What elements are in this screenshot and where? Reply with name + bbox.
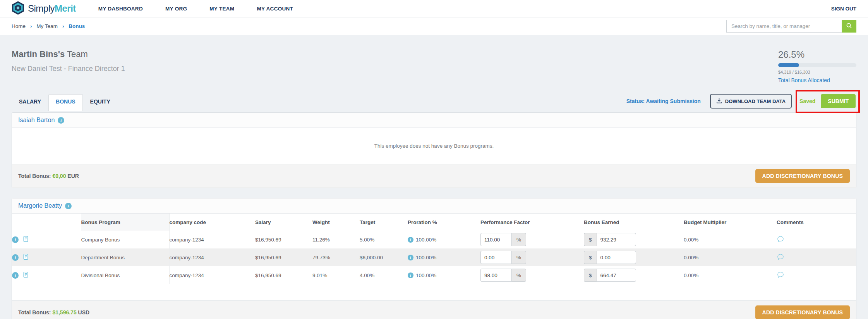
info-icon[interactable]: i	[408, 272, 413, 278]
sign-out-link[interactable]: SIGN OUT	[831, 6, 856, 12]
cell-budget-multiplier: 0.00%	[684, 266, 777, 284]
cell-program: Divisional Bonus	[81, 266, 169, 284]
page-header: Martin Bins's Team New Daniel Test - Fin…	[0, 35, 868, 83]
nav-my-dashboard[interactable]: MY DASHBOARD	[98, 6, 143, 12]
percent-addon: %	[511, 233, 526, 246]
search-input[interactable]	[726, 20, 842, 33]
allocation-progress-bar	[778, 63, 856, 67]
cell-company-code: company-1234	[169, 248, 255, 266]
tab-strip: SALARY BONUS EQUITY	[12, 94, 118, 109]
document-icon[interactable]	[22, 271, 29, 279]
brand-name: SimplyMerit	[28, 3, 76, 14]
saved-submit-group: Saved SUBMIT	[799, 94, 856, 108]
add-discretionary-bonus-button[interactable]: ADD DISCRETIONARY BONUS	[755, 169, 850, 183]
column-weight: Weight	[312, 214, 360, 231]
add-discretionary-bonus-button[interactable]: ADD DISCRETIONARY BONUS	[755, 305, 850, 319]
document-icon[interactable]	[22, 253, 29, 261]
employee-card-footer: Total Bonus: €0,00 EUR ADD DISCRETIONARY…	[12, 164, 856, 188]
total-bonus-line: Total Bonus: $1,596.75 USD	[18, 309, 89, 316]
column-performance-factor: Performance Factor	[480, 214, 584, 231]
employee-name-link[interactable]: Isaiah Barton	[18, 117, 55, 124]
column-bonus-earned: Bonus Earned	[584, 214, 684, 231]
download-icon	[716, 98, 722, 105]
table-row-divisional-bonus: i Divisional Bonus company-1234 $16,950.…	[12, 266, 856, 284]
search-button[interactable]	[842, 20, 856, 33]
info-icon[interactable]: i	[12, 236, 19, 243]
bonus-table: Bonus Program company code Salary Weight…	[12, 214, 856, 284]
employee-name-link[interactable]: Margorie Beatty	[18, 202, 62, 209]
bonus-earned-input[interactable]	[597, 233, 636, 246]
nav-my-team[interactable]: MY TEAM	[209, 6, 234, 12]
breadcrumb-my-team[interactable]: My Team	[36, 23, 58, 29]
column-comments: Comments	[777, 214, 856, 231]
bonus-earned-input[interactable]	[597, 269, 636, 282]
cell-program: Company Bonus	[81, 231, 169, 248]
total-bonus-line: Total Bonus: €0,00 EUR	[18, 173, 79, 179]
total-bonus-amount: €0,00	[52, 173, 66, 179]
tabs-toolbar-row: SALARY BONUS EQUITY Status: Awaiting Sub…	[0, 93, 868, 109]
employee-card-header: Margorie Beatty i	[12, 198, 856, 214]
brand-logo[interactable]: SimplyMerit	[12, 1, 76, 17]
breadcrumb-bar: Home › My Team › Bonus	[0, 17, 868, 35]
search-group	[726, 20, 856, 33]
cell-salary: $16,950.69	[255, 248, 312, 266]
tab-equity[interactable]: EQUITY	[83, 94, 118, 109]
cell-target: 4.00%	[360, 266, 408, 284]
nav-my-org[interactable]: MY ORG	[165, 6, 187, 12]
comment-bubble-icon[interactable]	[777, 253, 784, 262]
top-navbar: SimplyMerit MY DASHBOARD MY ORG MY TEAM …	[0, 0, 868, 17]
info-icon[interactable]: i	[12, 254, 19, 261]
info-icon[interactable]: i	[58, 117, 64, 124]
bonus-earned-input[interactable]	[597, 251, 636, 264]
info-icon[interactable]: i	[408, 255, 413, 260]
column-salary: Salary	[255, 214, 312, 231]
document-icon[interactable]	[22, 236, 29, 243]
chevron-right-icon: ›	[30, 23, 32, 29]
breadcrumb-home[interactable]: Home	[12, 23, 26, 29]
cell-salary: $16,950.69	[255, 266, 312, 284]
submit-button[interactable]: SUBMIT	[821, 94, 856, 108]
cell-target: $6,000.00	[360, 248, 408, 266]
column-budget-multiplier: Budget Multiplier	[684, 214, 777, 231]
info-icon[interactable]: i	[65, 203, 72, 209]
cell-budget-multiplier: 0.00%	[684, 231, 777, 248]
comment-bubble-icon[interactable]	[777, 235, 784, 244]
cell-company-code: company-1234	[169, 266, 255, 284]
performance-factor-input[interactable]	[480, 269, 511, 282]
cell-salary: $16,950.69	[255, 231, 312, 248]
chevron-right-icon: ›	[62, 23, 64, 29]
download-team-data-button[interactable]: DOWNLOAD TEAM DATA	[710, 94, 792, 109]
search-icon	[846, 22, 852, 30]
employee-card-footer: Total Bonus: $1,596.75 USD ADD DISCRETIO…	[12, 300, 856, 319]
info-icon[interactable]: i	[408, 237, 413, 243]
column-target: Target	[360, 214, 408, 231]
cell-proration: 100.00%	[416, 237, 436, 243]
cell-weight: 9.01%	[312, 266, 360, 284]
performance-factor-input[interactable]	[480, 251, 511, 264]
page-subtitle: New Daniel Test - Finance Director 1	[12, 65, 125, 73]
cell-budget-multiplier: 0.00%	[684, 248, 777, 266]
no-bonus-message: This employee does not have any Bonus pr…	[12, 128, 856, 164]
saved-status-text: Saved	[799, 98, 815, 104]
tab-bonus[interactable]: BONUS	[48, 94, 83, 111]
info-icon[interactable]: i	[12, 272, 19, 279]
column-bonus-program: Bonus Program	[81, 214, 169, 231]
comment-bubble-icon[interactable]	[777, 271, 784, 280]
cell-program: Department Bonus	[81, 248, 169, 266]
column-icons	[12, 214, 81, 231]
column-company-code: company code	[169, 214, 255, 231]
cell-proration: 100.00%	[416, 255, 436, 260]
toolbar: Status: Awaiting Submission DOWNLOAD TEA…	[626, 94, 856, 109]
table-row-department-bonus: i Department Bonus company-1234 $16,950.…	[12, 248, 856, 266]
main-nav: MY DASHBOARD MY ORG MY TEAM MY ACCOUNT	[98, 6, 293, 12]
allocation-label: Total Bonus Allocated	[778, 77, 856, 83]
table-header-row: Bonus Program company code Salary Weight…	[12, 214, 856, 231]
nav-my-account[interactable]: MY ACCOUNT	[257, 6, 293, 12]
page-title: Martin Bins's Team	[12, 49, 125, 59]
tab-salary[interactable]: SALARY	[12, 94, 48, 109]
cell-target: 5.00%	[360, 231, 408, 248]
breadcrumb-bonus: Bonus	[69, 23, 85, 29]
performance-factor-input[interactable]	[480, 233, 511, 246]
table-spacer	[12, 284, 856, 300]
employee-card-margorie-beatty: Margorie Beatty i Bonus Program company …	[12, 198, 856, 319]
